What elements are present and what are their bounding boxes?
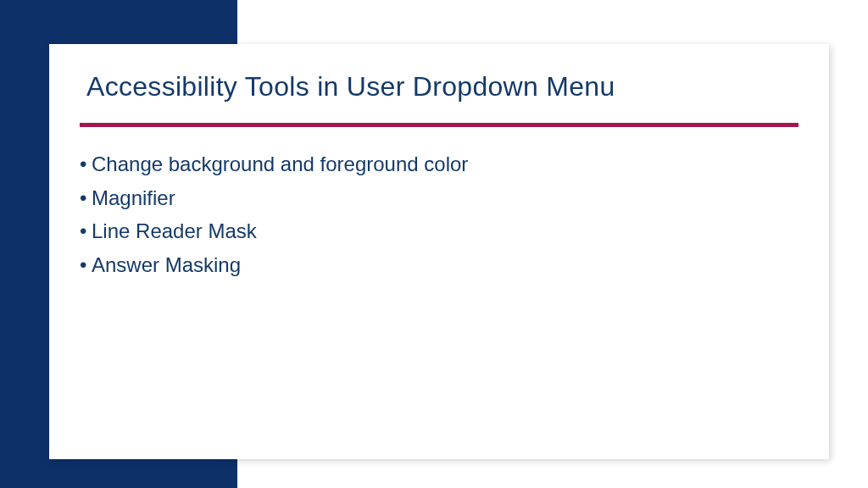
slide-card: Accessibility Tools in User Dropdown Men… <box>49 44 829 459</box>
list-item: Line Reader Mask <box>80 214 798 248</box>
title-divider <box>80 123 798 127</box>
slide-title: Accessibility Tools in User Dropdown Men… <box>86 71 798 103</box>
bullet-list: Change background and foreground color M… <box>80 147 798 281</box>
list-item: Magnifier <box>80 181 798 215</box>
list-item: Change background and foreground color <box>80 147 798 181</box>
list-item: Answer Masking <box>80 248 798 282</box>
